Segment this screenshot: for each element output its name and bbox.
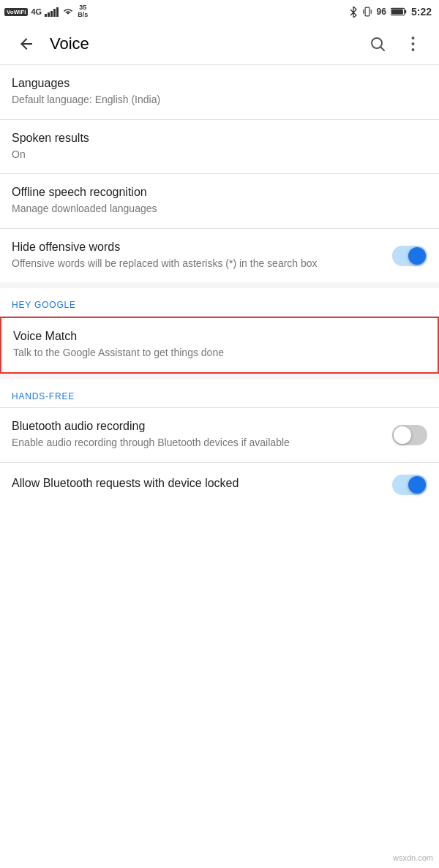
setting-bluetooth-audio-subtitle: Enable audio recording through Bluetooth… (12, 436, 380, 450)
vibrate-icon (362, 7, 372, 17)
status-left: VoWiFi 4G 35B/s (4, 4, 88, 19)
back-button[interactable] (12, 29, 41, 59)
time-display: 5:22 (411, 6, 432, 18)
toggle-thumb-3 (408, 476, 426, 494)
svg-rect-0 (365, 7, 369, 16)
svg-line-7 (381, 48, 385, 51)
setting-offline-speech-subtitle: Manage downloaded languages (12, 202, 427, 216)
toggle-thumb-2 (394, 426, 411, 444)
watermark: wsxdn.com (393, 853, 433, 862)
network-type: 4G (31, 7, 42, 16)
status-right: 96 5:22 (349, 6, 432, 18)
setting-spoken-results-title: Spoken results (12, 132, 427, 145)
setting-hide-offensive-text: Hide offensive words Offensive words wil… (12, 241, 392, 271)
setting-offline-speech[interactable]: Offline speech recognition Manage downlo… (0, 174, 439, 228)
setting-bluetooth-audio-text: Bluetooth audio recording Enable audio r… (12, 420, 392, 450)
wifi-icon (61, 7, 75, 17)
section-header-hey-google: HEY GOOGLE (0, 288, 439, 316)
setting-hide-offensive-subtitle: Offensive words will be replaced with as… (12, 257, 380, 271)
setting-offline-speech-title: Offline speech recognition (12, 186, 427, 199)
setting-hide-offensive[interactable]: Hide offensive words Offensive words wil… (0, 229, 439, 283)
signal-bars (45, 7, 59, 17)
bluetooth-icon (349, 6, 358, 18)
setting-languages-title: Languages (12, 77, 427, 90)
setting-spoken-results-subtitle: On (12, 148, 427, 162)
section-divider-thick-2 (0, 374, 439, 380)
svg-rect-4 (405, 10, 406, 14)
voice-match-title: Voice Match (13, 330, 426, 343)
status-bar: VoWiFi 4G 35B/s 96 (0, 0, 439, 23)
svg-rect-1 (363, 10, 364, 14)
section-header-hands-free: HANDS-FREE (0, 380, 439, 407)
svg-rect-5 (391, 9, 403, 14)
bluetooth-locked-toggle[interactable] (392, 475, 427, 495)
svg-rect-2 (370, 10, 371, 14)
svg-point-8 (411, 37, 414, 39)
setting-hide-offensive-title: Hide offensive words (12, 241, 380, 254)
app-bar: Voice (0, 23, 439, 64)
setting-languages-subtitle: Default language: English (India) (12, 93, 427, 107)
svg-point-10 (411, 48, 414, 51)
search-button[interactable] (363, 29, 392, 59)
more-options-button[interactable] (398, 29, 427, 59)
hide-offensive-toggle[interactable] (392, 246, 427, 266)
setting-voice-match[interactable]: Voice Match Talk to the Google Assistant… (0, 317, 439, 374)
setting-bluetooth-locked[interactable]: Allow Bluetooth requests with device loc… (0, 463, 439, 507)
vowifi-badge: VoWiFi (4, 8, 28, 16)
battery-level: 96 (377, 7, 386, 17)
svg-point-9 (411, 42, 414, 45)
setting-bluetooth-locked-title: Allow Bluetooth requests with device loc… (12, 477, 380, 490)
voice-match-subtitle: Talk to the Google Assistant to get thin… (13, 346, 426, 361)
network-speed: 35B/s (78, 4, 88, 19)
setting-bluetooth-audio-title: Bluetooth audio recording (12, 420, 380, 433)
setting-bluetooth-locked-text: Allow Bluetooth requests with device loc… (12, 477, 392, 493)
top-actions (363, 29, 427, 59)
bluetooth-audio-toggle[interactable] (392, 425, 427, 445)
setting-languages[interactable]: Languages Default language: English (Ind… (0, 65, 439, 119)
battery-icon (391, 7, 407, 16)
page-title: Voice (50, 34, 363, 53)
section-divider-thick-1 (0, 282, 439, 288)
toggle-thumb (408, 247, 426, 265)
setting-bluetooth-audio[interactable]: Bluetooth audio recording Enable audio r… (0, 408, 439, 462)
setting-spoken-results[interactable]: Spoken results On (0, 120, 439, 174)
